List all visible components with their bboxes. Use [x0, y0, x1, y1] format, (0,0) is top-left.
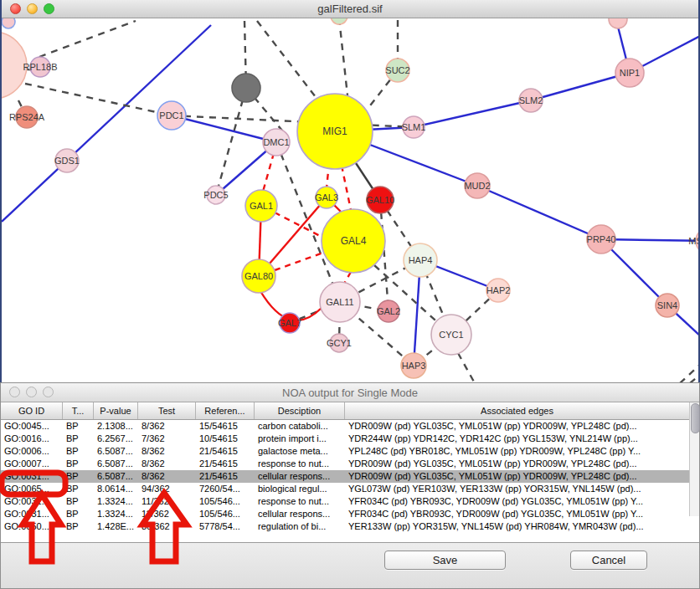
table-cell: GO:0031...: [1, 495, 63, 508]
node-label-PDC1: PDC1: [159, 110, 183, 120]
table-cell: GO:0031...: [1, 508, 63, 520]
table-cell: BP: [63, 470, 94, 483]
column-header-go-id[interactable]: GO ID: [1, 402, 63, 419]
window-title: NOA output for Single Mode: [1, 387, 699, 399]
column-header-desciption[interactable]: Desciption: [255, 402, 345, 419]
node-label-SUC2: SUC2: [385, 65, 409, 75]
table-cell: 2.1308...: [94, 420, 138, 433]
node-label-NIP1: NIP1: [620, 68, 640, 78]
network-window-titlebar[interactable]: galFiltered.sif: [2, 0, 698, 18]
table-cell: BP: [63, 483, 94, 495]
column-header-p-value[interactable]: P-value: [94, 402, 138, 419]
table-cell: YDR009W (pd) YGL035C, YML051W (pp) YDR00…: [345, 458, 690, 470]
partial-top-left-node[interactable]: [2, 18, 15, 28]
node-label-PDC5: PDC5: [203, 190, 228, 200]
table-row[interactable]: GO:0031...BP1.3324...11/362105/546...cel…: [1, 508, 699, 520]
node-label-GAL4: GAL4: [341, 235, 367, 247]
network-edge[interactable]: [458, 353, 475, 382]
network-canvas[interactable]: RPL18BRPS24AGDS1PDC1DMC1MIG1SUC2SLM1SLM2…: [2, 18, 698, 382]
network-edge[interactable]: [344, 272, 351, 284]
network-edge[interactable]: [275, 253, 323, 270]
column-header-test[interactable]: Test: [138, 402, 196, 419]
table-header: GO IDT...P-valueTestReferen...Desciption…: [1, 402, 699, 420]
network-edge[interactable]: [263, 153, 274, 192]
table-cell: 105/546...: [196, 495, 255, 508]
table-cell: 94/362: [138, 483, 196, 495]
table-cell: 6.5087...: [94, 458, 138, 470]
table-cell: 6.5087...: [94, 470, 138, 483]
table-cell: BP: [63, 520, 94, 533]
node-label-MIG1: MIG1: [322, 125, 347, 137]
column-header-t-[interactable]: T...: [63, 402, 94, 419]
table-cell: 7260/54...: [196, 483, 255, 495]
table-cell: 80/362: [138, 520, 196, 533]
network-edge[interactable]: [25, 84, 172, 115]
network-edge[interactable]: [690, 373, 698, 382]
table-cell: GO:0031...: [1, 470, 63, 483]
table-row[interactable]: GO:0006...BP6.5087...8/36221/54615galact…: [1, 445, 699, 458]
node-label-GAL7: GAL7: [278, 318, 301, 328]
network-edge[interactable]: [216, 88, 246, 195]
network-edge[interactable]: [531, 73, 630, 100]
network-edge[interactable]: [477, 186, 601, 239]
table-cell: YDR009W (pd) YGL035C, YML051W (pp) YDR00…: [345, 470, 690, 483]
network-edge[interactable]: [257, 21, 318, 100]
table-cell: BP: [63, 458, 94, 470]
table-cell: 6.2567...: [94, 433, 138, 445]
node-label-CYC1: CYC1: [439, 330, 463, 340]
table-row[interactable]: GO:0016...BP6.2567...7/36210/54615protei…: [1, 433, 699, 445]
partial-top-right-node[interactable]: [609, 18, 627, 28]
network-edge[interactable]: [275, 213, 323, 238]
table-cell: galactose meta...: [255, 445, 345, 458]
node-label-HAP3: HAP3: [402, 361, 426, 371]
table-cell: 8/362: [138, 445, 196, 458]
node-label-HAP4: HAP4: [409, 255, 433, 265]
table-cell: 8/362: [138, 470, 196, 483]
node-label-PRP40: PRP40: [587, 234, 616, 244]
table-cell: BP: [63, 420, 94, 433]
table-cell: 21/54615: [196, 470, 255, 483]
vertical-scrollbar[interactable]: [689, 402, 699, 516]
table-cell: BP: [63, 433, 94, 445]
table-cell: YDR244W (pp) YDR142C, YDR142C (pp) YGL15…: [345, 433, 690, 445]
gray-node[interactable]: [232, 74, 260, 102]
network-edge[interactable]: [414, 100, 531, 127]
node-label-GAL11: GAL11: [326, 297, 353, 307]
node-label-GAL1: GAL1: [250, 201, 273, 211]
table-cell: 8.0614...: [94, 483, 138, 495]
table-row[interactable]: GO:0045...BP2.1308...8/36215/54615carbon…: [1, 420, 699, 433]
table-cell: BP: [63, 495, 94, 508]
window-title: galFiltered.sif: [2, 3, 698, 15]
table-cell: YFR034C (pd) YBR093C, YDR009W (pd) YGL03…: [345, 495, 690, 508]
table-row[interactable]: GO:0065...BP8.0614...94/3627260/54...bio…: [1, 483, 699, 495]
partial-top-green-node[interactable]: [331, 18, 347, 24]
table-cell: 1.3324...: [94, 508, 138, 520]
table-row[interactable]: GO:0031...BP6.5087...8/36221/54615cellul…: [1, 470, 699, 483]
node-label-RPS24A: RPS24A: [9, 112, 45, 122]
node-label-SLM2: SLM2: [519, 95, 543, 105]
table-cell: GO:0006...: [1, 445, 63, 458]
table-cell: 1.3324...: [94, 495, 138, 508]
table-row[interactable]: GO:0007...BP6.5087...8/36221/54615respon…: [1, 458, 699, 470]
scrollbar-thumb[interactable]: [691, 403, 700, 433]
table-cell: BP: [63, 445, 94, 458]
node-label-MSI: MSI: [688, 236, 698, 246]
table-cell: 11/362: [138, 495, 196, 508]
node-label-SIN4: SIN4: [657, 300, 677, 310]
results-table: GO IDT...P-valueTestReferen...Desciption…: [1, 402, 699, 543]
network-edge[interactable]: [39, 21, 136, 57]
table-row[interactable]: GO:0050...BP1.428E...80/3625778/54...reg…: [1, 520, 699, 533]
node-label-GAL3: GAL3: [315, 192, 338, 202]
table-cell: carbon cataboli...: [255, 420, 345, 433]
cancel-button[interactable]: Cancel: [570, 551, 647, 570]
network-window: galFiltered.sif RPL18BRPS24AGDS1PDC1DMC1…: [0, 0, 700, 382]
table-cell: biological regul...: [255, 483, 345, 495]
network-graph: RPL18BRPS24AGDS1PDC1DMC1MIG1SUC2SLM1SLM2…: [2, 18, 698, 382]
table-row[interactable]: GO:0031...BP1.3324...11/362105/546...res…: [1, 495, 699, 508]
column-header-referen-[interactable]: Referen...: [196, 402, 255, 419]
network-edge[interactable]: [339, 18, 347, 95]
column-header-associated-edges[interactable]: Associated edges: [345, 402, 690, 419]
noa-window-titlebar[interactable]: NOA output for Single Mode: [1, 383, 699, 402]
network-edge[interactable]: [342, 166, 351, 210]
save-button[interactable]: Save: [384, 551, 506, 570]
